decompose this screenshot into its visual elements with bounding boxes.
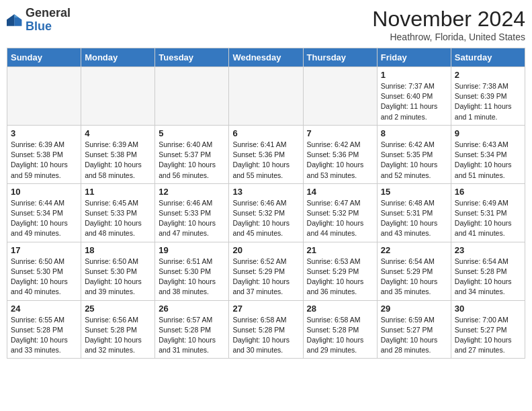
day-info: Sunrise: 6:54 AMSunset: 5:28 PMDaylight:… (455, 257, 521, 298)
sunset: Sunset: 5:28 PM (11, 326, 63, 334)
daylight: Daylight: 10 hours and 28 minutes. (381, 336, 438, 354)
sunrise: Sunrise: 6:39 AM (11, 140, 64, 148)
daylight: Daylight: 10 hours and 41 minutes. (455, 219, 512, 237)
daylight: Daylight: 10 hours and 36 minutes. (307, 277, 364, 295)
sunset: Sunset: 5:28 PM (159, 326, 211, 334)
sunset: Sunset: 5:30 PM (159, 267, 211, 275)
logo-text: General Blue (26, 7, 71, 34)
sunset: Sunset: 5:29 PM (381, 267, 433, 275)
daylight: Daylight: 10 hours and 56 minutes. (159, 161, 216, 179)
day-number: 26 (159, 304, 225, 314)
logo-icon (7, 12, 23, 28)
calendar-day: 9Sunrise: 6:43 AMSunset: 5:34 PMDaylight… (451, 125, 525, 183)
calendar-day: 18Sunrise: 6:50 AMSunset: 5:30 PMDayligh… (81, 242, 155, 300)
calendar-day: 7Sunrise: 6:42 AMSunset: 5:36 PMDaylight… (303, 125, 377, 183)
day-info: Sunrise: 6:55 AMSunset: 5:28 PMDaylight:… (11, 315, 77, 356)
daylight: Daylight: 10 hours and 33 minutes. (11, 336, 68, 354)
calendar-day: 17Sunrise: 6:50 AMSunset: 5:30 PMDayligh… (7, 242, 81, 300)
calendar-day: 2Sunrise: 7:38 AMSunset: 6:39 PMDaylight… (451, 67, 525, 126)
calendar-day: 22Sunrise: 6:54 AMSunset: 5:29 PMDayligh… (377, 242, 451, 300)
sunrise: Sunrise: 6:43 AM (455, 140, 508, 148)
day-info: Sunrise: 6:39 AMSunset: 5:38 PMDaylight:… (85, 140, 151, 181)
sunrise: Sunrise: 6:54 AM (381, 257, 435, 265)
sunrise: Sunrise: 7:00 AM (455, 316, 508, 324)
sunrise: Sunrise: 6:47 AM (307, 199, 361, 207)
day-number: 8 (381, 128, 447, 138)
day-number: 6 (232, 128, 299, 138)
day-info: Sunrise: 6:52 AMSunset: 5:29 PMDaylight:… (232, 257, 299, 298)
sunset: Sunset: 6:40 PM (381, 92, 433, 100)
day-info: Sunrise: 6:48 AMSunset: 5:31 PMDaylight:… (381, 198, 447, 239)
svg-marker-1 (7, 14, 14, 26)
daylight: Daylight: 11 hours and 1 minute. (455, 102, 512, 120)
weekday-header-thursday: Thursday (303, 48, 377, 67)
sunset: Sunset: 5:27 PM (381, 326, 433, 334)
day-info: Sunrise: 6:59 AMSunset: 5:27 PMDaylight:… (381, 315, 447, 356)
sunset: Sunset: 5:35 PM (381, 150, 433, 158)
day-number: 10 (11, 187, 77, 197)
calendar-day: 20Sunrise: 6:52 AMSunset: 5:29 PMDayligh… (229, 242, 303, 300)
calendar-day: 24Sunrise: 6:55 AMSunset: 5:28 PMDayligh… (7, 300, 81, 359)
calendar-day: 1Sunrise: 7:37 AMSunset: 6:40 PMDaylight… (377, 67, 451, 126)
calendar-day: 21Sunrise: 6:53 AMSunset: 5:29 PMDayligh… (303, 242, 377, 300)
daylight: Daylight: 10 hours and 43 minutes. (381, 219, 438, 237)
sunset: Sunset: 5:38 PM (11, 150, 63, 158)
daylight: Daylight: 10 hours and 49 minutes. (11, 219, 68, 237)
calendar-day: 5Sunrise: 6:40 AMSunset: 5:37 PMDaylight… (155, 125, 229, 183)
sunrise: Sunrise: 6:57 AM (159, 316, 212, 324)
calendar-day: 11Sunrise: 6:45 AMSunset: 5:33 PMDayligh… (81, 183, 155, 242)
day-info: Sunrise: 6:50 AMSunset: 5:30 PMDaylight:… (85, 257, 151, 298)
calendar-day: 3Sunrise: 6:39 AMSunset: 5:38 PMDaylight… (7, 125, 81, 183)
daylight: Daylight: 10 hours and 58 minutes. (85, 161, 142, 179)
daylight: Daylight: 10 hours and 55 minutes. (232, 161, 290, 179)
calendar-day (81, 67, 155, 126)
day-info: Sunrise: 6:41 AMSunset: 5:36 PMDaylight:… (232, 140, 299, 181)
day-info: Sunrise: 6:58 AMSunset: 5:28 PMDaylight:… (307, 315, 373, 356)
day-number: 7 (307, 128, 373, 138)
daylight: Daylight: 10 hours and 59 minutes. (11, 161, 68, 179)
sunrise: Sunrise: 6:58 AM (232, 316, 286, 324)
calendar-week-row: 10Sunrise: 6:44 AMSunset: 5:34 PMDayligh… (7, 183, 525, 242)
sunrise: Sunrise: 6:56 AM (85, 316, 138, 324)
calendar-day: 23Sunrise: 6:54 AMSunset: 5:28 PMDayligh… (451, 242, 525, 300)
sunset: Sunset: 5:28 PM (85, 326, 137, 334)
day-number: 22 (381, 245, 447, 255)
sunrise: Sunrise: 6:50 AM (85, 257, 138, 265)
calendar-week-row: 17Sunrise: 6:50 AMSunset: 5:30 PMDayligh… (7, 242, 525, 300)
weekday-header-tuesday: Tuesday (155, 48, 229, 67)
day-number: 24 (11, 304, 77, 314)
sunset: Sunset: 5:27 PM (455, 326, 507, 334)
calendar-week-row: 24Sunrise: 6:55 AMSunset: 5:28 PMDayligh… (7, 300, 525, 359)
calendar-day: 6Sunrise: 6:41 AMSunset: 5:36 PMDaylight… (229, 125, 303, 183)
sunset: Sunset: 5:37 PM (159, 150, 211, 158)
sunrise: Sunrise: 7:37 AM (381, 82, 435, 90)
title-block: November 2024 Heathrow, Florida, United … (372, 7, 525, 42)
calendar-day (155, 67, 229, 126)
sunrise: Sunrise: 6:46 AM (159, 199, 212, 207)
calendar-table: SundayMondayTuesdayWednesdayThursdayFrid… (7, 48, 525, 359)
weekday-header-saturday: Saturday (451, 48, 525, 67)
day-number: 19 (159, 245, 225, 255)
sunrise: Sunrise: 6:42 AM (381, 140, 435, 148)
daylight: Daylight: 10 hours and 47 minutes. (159, 219, 216, 237)
daylight: Daylight: 10 hours and 37 minutes. (232, 277, 290, 295)
day-number: 14 (307, 187, 373, 197)
calendar-week-row: 1Sunrise: 7:37 AMSunset: 6:40 PMDaylight… (7, 67, 525, 126)
sunrise: Sunrise: 6:49 AM (455, 199, 508, 207)
sunset: Sunset: 5:28 PM (307, 326, 359, 334)
calendar-day: 27Sunrise: 6:58 AMSunset: 5:28 PMDayligh… (229, 300, 303, 359)
sunset: Sunset: 5:36 PM (232, 150, 285, 158)
calendar-day (229, 67, 303, 126)
sunrise: Sunrise: 6:59 AM (381, 316, 435, 324)
sunset: Sunset: 5:29 PM (232, 267, 285, 275)
sunrise: Sunrise: 6:54 AM (455, 257, 508, 265)
day-number: 9 (455, 128, 521, 138)
sunrise: Sunrise: 6:44 AM (11, 199, 64, 207)
sunrise: Sunrise: 6:40 AM (159, 140, 212, 148)
day-number: 23 (455, 245, 521, 255)
calendar-day: 19Sunrise: 6:51 AMSunset: 5:30 PMDayligh… (155, 242, 229, 300)
day-info: Sunrise: 6:54 AMSunset: 5:29 PMDaylight:… (381, 257, 447, 298)
sunset: Sunset: 5:34 PM (455, 150, 507, 158)
day-info: Sunrise: 6:43 AMSunset: 5:34 PMDaylight:… (455, 140, 521, 181)
daylight: Daylight: 10 hours and 38 minutes. (159, 277, 216, 295)
